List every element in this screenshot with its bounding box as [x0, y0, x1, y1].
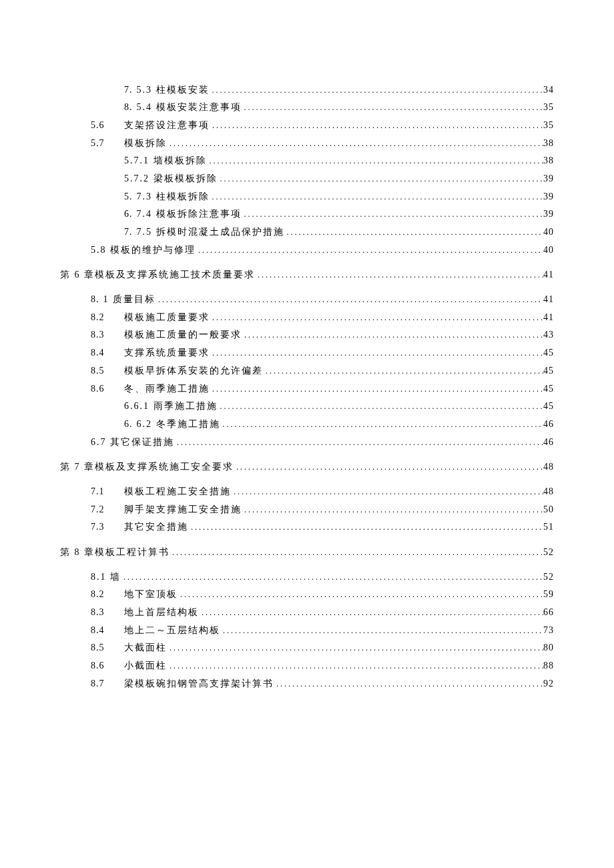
toc-entry-label: 6.7 其它保证措施: [91, 434, 174, 450]
toc-entry: 8.5模板早拆体系安装的允许偏差45: [60, 362, 554, 379]
toc-entry-page: 50: [543, 501, 554, 518]
toc-entry-page: 48: [543, 483, 554, 500]
toc-leader-dots: [210, 81, 544, 98]
toc-entry-label: 7.5 拆模时混凝土成品保护措施: [137, 224, 284, 240]
toc-entry-label: 7.3 柱模板拆除: [137, 188, 210, 205]
toc-entry: 8.1 墙52: [60, 568, 554, 585]
toc-leader-dots: [263, 362, 543, 379]
toc-entry-page: 40: [543, 224, 554, 240]
toc-entry-page: 45: [543, 344, 554, 361]
toc-entry-page: 66: [543, 604, 554, 620]
toc-entry: 6.7 其它保证措施46: [60, 434, 554, 450]
toc-entry-number: 6.: [124, 416, 137, 432]
toc-leader-dots: [174, 434, 543, 450]
toc-entry-label: 7.4 模板拆除注意事项: [137, 205, 242, 222]
toc-entry-number: 7.1: [91, 483, 124, 500]
toc-leader-dots: [242, 99, 544, 115]
toc-entry: 5.7.2 梁板模板拆除39: [60, 170, 554, 187]
toc-leader-dots: [231, 483, 543, 500]
toc-entry: 8.3地上首层结构板66: [60, 604, 554, 620]
toc-entry: 8.4地上二～五层结构板73: [60, 622, 554, 638]
toc-leader-dots: [210, 309, 543, 326]
toc-entry-label: 小截面柱: [124, 657, 167, 674]
toc-entry-label: 8.1 墙: [91, 568, 121, 585]
toc-leader-dots: [218, 398, 544, 414]
toc-entry-label: 模板拆除: [124, 135, 167, 151]
toc-entry-page: 46: [543, 434, 554, 450]
toc-entry-label: 大截面柱: [124, 639, 167, 656]
toc-entry-page: 48: [543, 458, 554, 475]
toc-entry-page: 38: [543, 152, 554, 169]
toc-entry: 5.8 模板的维护与修理40: [60, 242, 554, 258]
toc-entry-page: 41: [543, 266, 554, 283]
toc-entry: 第 8 章模板工程计算书52: [60, 544, 554, 560]
toc-leader-dots: [210, 344, 543, 361]
toc-entry-page: 59: [543, 586, 554, 602]
toc-entry-label: 1 质量目标: [103, 291, 156, 308]
toc-entry-label: 第 8 章模板工程计算书: [60, 544, 170, 560]
toc-entry-page: 45: [543, 380, 554, 397]
toc-leader-dots: [167, 639, 543, 656]
toc-entry-page: 35: [543, 117, 554, 133]
toc-entry: 8.6小截面柱88: [60, 657, 554, 674]
toc-entry-label: 模板工程施工安全措施: [124, 483, 231, 500]
toc-leader-dots: [167, 135, 543, 151]
toc-entry: 7.2脚手架支撑施工安全措施50: [60, 501, 554, 518]
toc-entry: 8.5.4 模板安装注意事项35: [60, 99, 554, 115]
toc-leader-dots: [188, 518, 543, 535]
toc-leader-dots: [210, 188, 544, 205]
toc-leader-dots: [234, 458, 543, 475]
toc-entry-number: 5.6: [91, 117, 124, 133]
toc-entry-label: 模板施工质量要求: [124, 309, 210, 326]
toc-entry-page: 45: [543, 398, 554, 414]
toc-leader-dots: [207, 152, 544, 169]
toc-leader-dots: [156, 291, 543, 308]
toc-entry-page: 41: [543, 309, 554, 326]
toc-entry-page: 39: [543, 188, 554, 205]
toc-entry-label: 模板早拆体系安装的允许偏差: [124, 362, 263, 379]
toc-entry-label: 模板施工质量的一般要求: [124, 326, 242, 343]
toc-entry-page: 45: [543, 362, 554, 379]
toc-entry-number: 8.2: [91, 309, 124, 326]
toc-entry-page: 46: [543, 416, 554, 432]
toc-entry-page: 40: [543, 242, 554, 258]
toc-entry-number: 5.: [124, 188, 137, 205]
toc-entry-label: 6.2 冬季施工措施: [137, 416, 220, 432]
toc-entry-page: 34: [543, 81, 554, 98]
toc-entry-page: 39: [543, 205, 554, 222]
toc-entry: 6.6.2 冬季施工措施46: [60, 416, 554, 432]
toc-entry-page: 35: [543, 99, 554, 115]
toc-leader-dots: [242, 501, 543, 518]
toc-entry-label: 地上首层结构板: [124, 604, 199, 620]
toc-entry: 7.5.3 柱模板安装34: [60, 81, 554, 98]
toc-entry-number: 7.: [124, 224, 137, 240]
toc-entry-number: 8.: [124, 99, 137, 115]
toc-entry-page: 38: [543, 135, 554, 151]
toc-leader-dots: [210, 117, 543, 133]
toc-entry-number: 8.4: [91, 622, 124, 638]
toc-entry: 5.7.3 柱模板拆除39: [60, 188, 554, 205]
toc-leader-dots: [220, 622, 543, 638]
toc-entry: 8.6冬、雨季施工措施45: [60, 380, 554, 397]
toc-entry-label: 脚手架支撑施工安全措施: [124, 501, 242, 518]
toc-entry-page: 43: [543, 326, 554, 343]
toc-entry-number: 8.5: [91, 639, 124, 656]
toc-entry-label: 5.8 模板的维护与修理: [91, 242, 196, 258]
toc-leader-dots: [210, 380, 543, 397]
toc-entry-page: 41: [543, 291, 554, 308]
toc-entry-number: 8.5: [91, 362, 124, 379]
toc-leader-dots: [196, 242, 543, 258]
toc-entry-label: 5.3 柱模板安装: [137, 81, 210, 98]
toc-leader-dots: [178, 586, 543, 602]
toc-page: 7.5.3 柱模板安装348.5.4 模板安装注意事项355.6支架搭设注意事项…: [0, 0, 614, 692]
toc-entry-label: 梁模板碗扣钢管高支撑架计算书: [124, 675, 274, 692]
toc-entry-number: 6.: [124, 205, 137, 222]
toc-entry-page: 51: [543, 518, 554, 535]
toc-entry-number: 7.: [124, 81, 137, 98]
toc-entry: 5.7模板拆除38: [60, 135, 554, 151]
toc-entry: 7.1模板工程施工安全措施48: [60, 483, 554, 500]
toc-leader-dots: [242, 205, 544, 222]
toc-leader-dots: [170, 544, 543, 560]
toc-leader-dots: [274, 675, 543, 692]
toc-entry-page: 88: [543, 657, 554, 674]
